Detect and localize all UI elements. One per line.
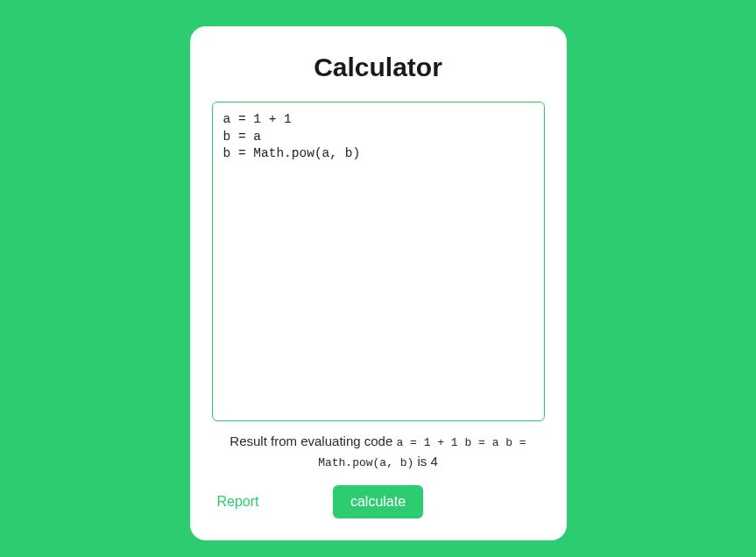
actions-row: Report calculate — [212, 485, 545, 518]
page-title: Calculator — [314, 53, 442, 82]
report-link[interactable]: Report — [217, 494, 259, 510]
result-value: 4 — [431, 454, 438, 469]
calculate-button[interactable]: calculate — [333, 485, 423, 518]
code-input[interactable] — [212, 102, 545, 421]
calculator-card: Calculator Result from evaluating code a… — [190, 26, 567, 540]
result-middle: is — [413, 454, 430, 469]
result-prefix: Result from evaluating code — [230, 434, 396, 448]
result-text: Result from evaluating code a = 1 + 1 b … — [212, 432, 545, 471]
